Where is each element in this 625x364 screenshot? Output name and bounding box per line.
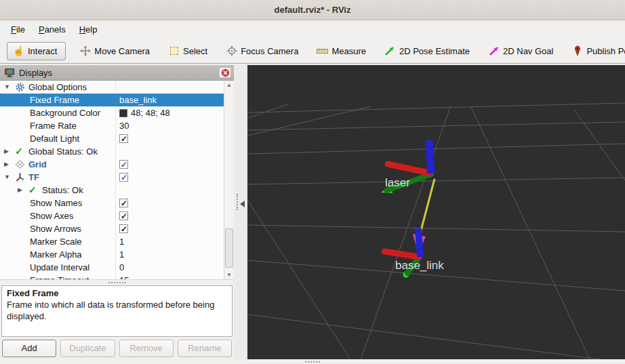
tree-row-global-options[interactable]: Global Options bbox=[0, 81, 224, 94]
color-text: 48; 48; 48 bbox=[131, 106, 170, 119]
property-name: Frame Rate bbox=[30, 119, 77, 132]
grid-enabled-checkbox[interactable] bbox=[119, 160, 128, 169]
default-light-checkbox[interactable] bbox=[119, 134, 128, 143]
expander-icon[interactable] bbox=[4, 145, 15, 158]
display-name: Grid bbox=[28, 158, 47, 171]
frame-timeout-value[interactable]: 15 bbox=[115, 274, 224, 280]
update-interval-value[interactable]: 0 bbox=[115, 261, 224, 274]
collapse-panel-icon[interactable] bbox=[240, 201, 245, 207]
grid-lines bbox=[247, 103, 625, 359]
marker-alpha-value[interactable]: 1 bbox=[115, 248, 224, 261]
map-pin-icon bbox=[571, 45, 583, 57]
tree-row-default-light[interactable]: Default Light bbox=[0, 132, 224, 145]
tool-publish-point[interactable]: Publish Point bbox=[571, 45, 625, 57]
show-arrows-checkbox[interactable] bbox=[119, 224, 128, 233]
tree-row-tf-status[interactable]: ✓ Status: Ok bbox=[0, 184, 224, 197]
3d-viewport[interactable]: laser base_link bbox=[247, 65, 625, 359]
menu-bar: File Panels Help bbox=[0, 20, 625, 39]
tree-row-global-status[interactable]: ✓ Global Status: Ok bbox=[0, 145, 224, 158]
tool-focus-camera[interactable]: Focus Camera bbox=[226, 45, 298, 57]
tool-move-camera[interactable]: Move Camera bbox=[79, 45, 150, 57]
property-value bbox=[115, 81, 224, 94]
expander-icon[interactable] bbox=[4, 158, 15, 171]
rviz-window: default.rviz* - RViz File Panels Help ☝ … bbox=[0, 0, 625, 364]
expander-icon[interactable] bbox=[4, 171, 15, 184]
scroll-down-icon[interactable]: ▼ bbox=[224, 270, 234, 279]
displays-panel-header[interactable]: Displays bbox=[0, 65, 234, 81]
tree-row-grid[interactable]: Grid bbox=[0, 158, 224, 171]
gear-icon bbox=[15, 82, 28, 92]
tree-row-background-color[interactable]: Background Color 48; 48; 48 bbox=[0, 106, 224, 119]
expander-icon[interactable] bbox=[4, 81, 15, 94]
laser-z-axis bbox=[429, 140, 431, 174]
property-name: Marker Alpha bbox=[30, 248, 82, 261]
tf-axes-icon bbox=[15, 172, 28, 182]
background-color-value[interactable]: 48; 48; 48 bbox=[115, 106, 224, 119]
rename-button[interactable]: Rename bbox=[178, 340, 232, 357]
status-ok-icon: ✓ bbox=[15, 145, 28, 158]
tool-select[interactable]: Select bbox=[168, 45, 207, 57]
tree-row-show-names[interactable]: Show Names bbox=[0, 197, 224, 209]
expander-icon[interactable] bbox=[18, 184, 28, 197]
splitter-grip[interactable] bbox=[237, 194, 238, 210]
monitor-icon bbox=[4, 68, 15, 77]
tool-2d-pose-estimate[interactable]: 2D Pose Estimate bbox=[384, 45, 470, 57]
tool-label: 2D Pose Estimate bbox=[399, 46, 470, 56]
tree-row-fixed-frame[interactable]: Fixed Frame base_link bbox=[0, 94, 224, 106]
tf-enabled-checkbox[interactable] bbox=[119, 173, 128, 182]
menu-file[interactable]: File bbox=[5, 22, 31, 37]
tree-row-marker-alpha[interactable]: Marker Alpha 1 bbox=[0, 248, 224, 261]
scrollbar-thumb[interactable] bbox=[225, 228, 233, 268]
tree-row-marker-scale[interactable]: Marker Scale 1 bbox=[0, 235, 224, 248]
tool-interact[interactable]: ☝ Interact bbox=[7, 42, 66, 60]
tool-label: Select bbox=[183, 46, 207, 56]
base-link-z-axis bbox=[418, 228, 420, 257]
laser-x-axis bbox=[388, 164, 429, 173]
add-button[interactable]: Add bbox=[2, 340, 56, 357]
displays-tree: Global Options Fixed Frame base_link Bac… bbox=[0, 81, 234, 280]
show-names-checkbox[interactable] bbox=[119, 199, 128, 207]
tree-row-frame-timeout[interactable]: Frame Timeout 15 bbox=[0, 274, 224, 280]
tree-row-show-axes[interactable]: Show Axes bbox=[0, 209, 224, 222]
tree-row-tf[interactable]: TF bbox=[0, 171, 224, 184]
title-bar[interactable]: default.rviz* - RViz bbox=[0, 0, 625, 20]
window-title: default.rviz* - RViz bbox=[275, 5, 351, 15]
duplicate-button[interactable]: Duplicate bbox=[60, 340, 115, 357]
display-name: TF bbox=[28, 171, 39, 184]
tree-row-show-arrows[interactable]: Show Arrows bbox=[0, 222, 224, 235]
show-axes-checkbox[interactable] bbox=[119, 211, 128, 220]
property-name: Show Arrows bbox=[30, 222, 81, 235]
tool-label: Interact bbox=[28, 46, 57, 56]
property-name: Status: Ok bbox=[42, 184, 83, 197]
bottom-splitter-strip[interactable] bbox=[0, 359, 625, 364]
bottom-splitter-grip[interactable] bbox=[305, 361, 320, 363]
color-swatch bbox=[119, 109, 127, 117]
tool-label: 2D Nav Goal bbox=[503, 46, 553, 56]
property-name: Update Interval bbox=[30, 261, 89, 274]
move-arrows-icon bbox=[79, 45, 91, 57]
fixed-frame-value[interactable]: base_link bbox=[115, 94, 224, 106]
property-name: Show Names bbox=[30, 197, 82, 209]
tf-arrow-shaft bbox=[420, 179, 435, 233]
remove-button[interactable]: Remove bbox=[119, 340, 174, 357]
menu-help[interactable]: Help bbox=[74, 22, 103, 37]
grid-icon bbox=[15, 160, 28, 169]
property-name: Background Color bbox=[30, 106, 100, 119]
tool-measure[interactable]: Measure bbox=[317, 45, 366, 57]
tree-scrollbar[interactable]: ▲ ▼ bbox=[224, 81, 234, 279]
tool-label: Measure bbox=[331, 46, 366, 56]
marker-scale-value[interactable]: 1 bbox=[115, 235, 224, 248]
menu-panels[interactable]: Panels bbox=[33, 22, 71, 37]
tree-row-frame-rate[interactable]: Frame Rate 30 bbox=[0, 119, 224, 132]
property-name: Marker Scale bbox=[30, 235, 82, 248]
help-body: Frame into which all data is transformed… bbox=[7, 300, 227, 323]
horizontal-splitter[interactable] bbox=[0, 280, 234, 285]
tool-2d-nav-goal[interactable]: 2D Nav Goal bbox=[488, 45, 553, 57]
tree-row-update-interval[interactable]: Update Interval 0 bbox=[0, 261, 224, 274]
panel-close-button[interactable] bbox=[219, 67, 231, 78]
panel-splitter[interactable] bbox=[234, 65, 247, 359]
panel-title: Displays bbox=[19, 68, 219, 78]
crosshair-icon bbox=[226, 45, 237, 57]
frame-rate-value[interactable]: 30 bbox=[115, 119, 224, 132]
scroll-up-icon[interactable]: ▲ bbox=[224, 81, 234, 89]
